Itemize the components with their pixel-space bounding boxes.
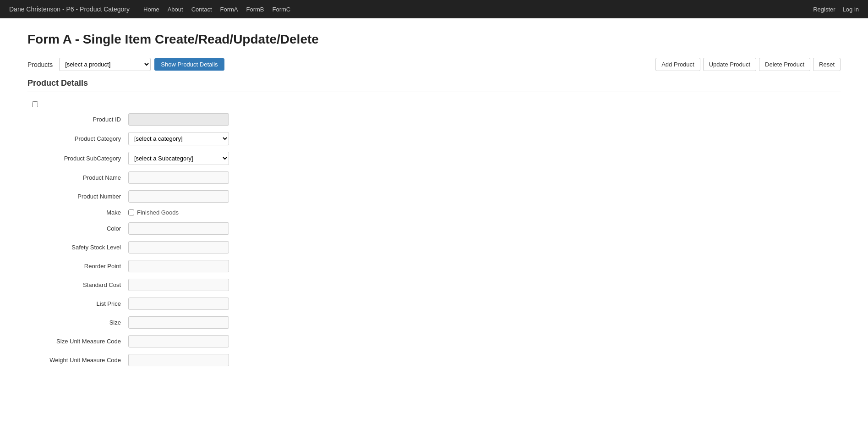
nav-about[interactable]: About xyxy=(168,6,183,13)
field-label-product-id: Product ID xyxy=(27,116,128,123)
fields-container: Product IDProduct Category[select a cate… xyxy=(27,113,841,366)
main-content: Form A - Single Item Create/Read/Update/… xyxy=(0,18,868,386)
navbar: Dane Christenson - P6 - Product Category… xyxy=(0,0,868,18)
form-row: MakeFinished Goods xyxy=(27,209,841,216)
products-row: Products [select a product] Show Product… xyxy=(27,58,841,71)
form-row: Safety Stock Level xyxy=(27,241,841,254)
field-input-size-unit-measure-code[interactable] xyxy=(128,335,229,347)
checkbox-label-make: Finished Goods xyxy=(137,209,179,216)
field-label-product-category: Product Category xyxy=(27,135,128,142)
nav-contact[interactable]: Contact xyxy=(191,6,212,13)
nav-register[interactable]: Register xyxy=(813,6,835,13)
nav-home[interactable]: Home xyxy=(143,6,159,13)
field-input-reorder-point[interactable] xyxy=(128,260,229,272)
field-input-product-number[interactable] xyxy=(128,190,229,203)
form-row: Product ID xyxy=(27,113,841,126)
navbar-brand: Dane Christenson - P6 - Product Category xyxy=(9,6,130,13)
field-input-size[interactable] xyxy=(128,316,229,329)
nav-formb[interactable]: FormB xyxy=(246,6,264,13)
form-row: Reorder Point xyxy=(27,260,841,272)
form-row: Color xyxy=(27,222,841,235)
field-label-make: Make xyxy=(27,209,128,216)
field-input-weight-unit-measure-code[interactable] xyxy=(128,354,229,366)
field-select-product-category[interactable]: [select a category] xyxy=(128,132,229,145)
show-product-details-button[interactable]: Show Product Details xyxy=(154,58,224,71)
field-label-reorder-point: Reorder Point xyxy=(27,263,128,270)
reset-button[interactable]: Reset xyxy=(813,58,841,71)
form-row: Product SubCategory[select a Subcategory… xyxy=(27,152,841,165)
nav-login[interactable]: Log in xyxy=(843,6,859,13)
field-label-list-price: List Price xyxy=(27,300,128,307)
add-product-button[interactable]: Add Product xyxy=(655,58,700,71)
field-input-color[interactable] xyxy=(128,222,229,235)
field-label-color: Color xyxy=(27,225,128,232)
product-details-section: Product Details Product IDProduct Catego… xyxy=(27,78,841,366)
field-label-weight-unit-measure-code: Weight Unit Measure Code xyxy=(27,357,128,364)
form-row: List Price xyxy=(27,298,841,310)
standalone-checkbox-area xyxy=(32,101,841,109)
field-label-product-subcategory: Product SubCategory xyxy=(27,155,128,162)
field-label-standard-cost: Standard Cost xyxy=(27,281,128,288)
field-input-safety-stock-level[interactable] xyxy=(128,241,229,254)
field-input-product-id xyxy=(128,113,229,126)
field-select-product-subcategory[interactable]: [select a Subcategory] xyxy=(128,152,229,165)
navbar-right: Register Log in xyxy=(813,6,859,13)
standalone-checkbox[interactable] xyxy=(32,101,38,107)
section-title: Product Details xyxy=(27,78,841,92)
nav-forma[interactable]: FormA xyxy=(220,6,238,13)
delete-product-button[interactable]: Delete Product xyxy=(759,58,810,71)
update-product-button[interactable]: Update Product xyxy=(703,58,756,71)
nav-formc[interactable]: FormC xyxy=(273,6,291,13)
form-row: Product Name xyxy=(27,171,841,184)
field-label-size-unit-measure-code: Size Unit Measure Code xyxy=(27,338,128,345)
products-select[interactable]: [select a product] xyxy=(59,58,151,71)
products-label: Products xyxy=(27,61,53,68)
form-row: Standard Cost xyxy=(27,279,841,291)
field-input-standard-cost[interactable] xyxy=(128,279,229,291)
field-label-size: Size xyxy=(27,319,128,326)
form-row: Product Number xyxy=(27,190,841,203)
page-title: Form A - Single Item Create/Read/Update/… xyxy=(27,32,841,47)
navbar-links: Home About Contact FormA FormB FormC xyxy=(143,6,813,13)
field-input-product-name[interactable] xyxy=(128,171,229,184)
field-label-safety-stock-level: Safety Stock Level xyxy=(27,244,128,251)
form-row: Size xyxy=(27,316,841,329)
field-label-product-number: Product Number xyxy=(27,193,128,200)
form-row: Weight Unit Measure Code xyxy=(27,354,841,366)
form-row: Product Category[select a category] xyxy=(27,132,841,145)
field-label-product-name: Product Name xyxy=(27,174,128,181)
checkbox-group-make: Finished Goods xyxy=(128,209,179,216)
field-input-list-price[interactable] xyxy=(128,298,229,310)
action-buttons: Add Product Update Product Delete Produc… xyxy=(655,58,841,71)
checkbox-make[interactable] xyxy=(128,209,134,215)
form-row: Size Unit Measure Code xyxy=(27,335,841,347)
